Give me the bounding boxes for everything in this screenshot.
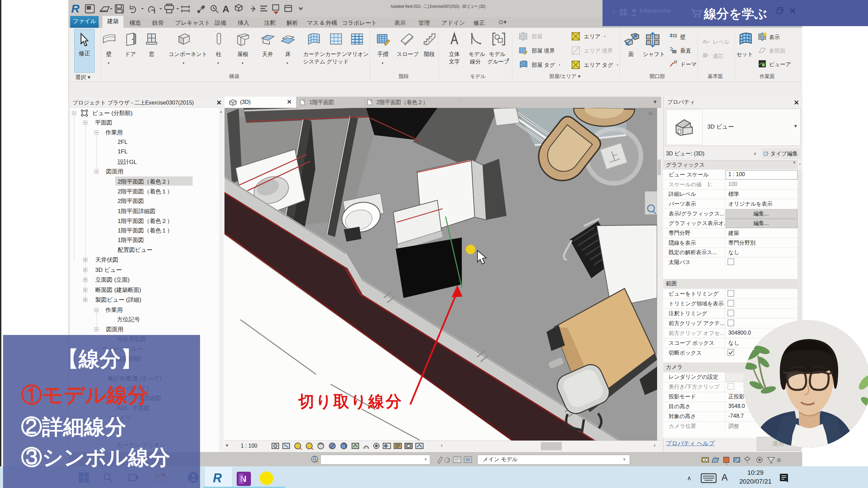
svg-text::0: :0 (776, 457, 781, 463)
svg-text:A: A (222, 4, 229, 14)
svg-text:·0: ·0 (446, 458, 450, 463)
